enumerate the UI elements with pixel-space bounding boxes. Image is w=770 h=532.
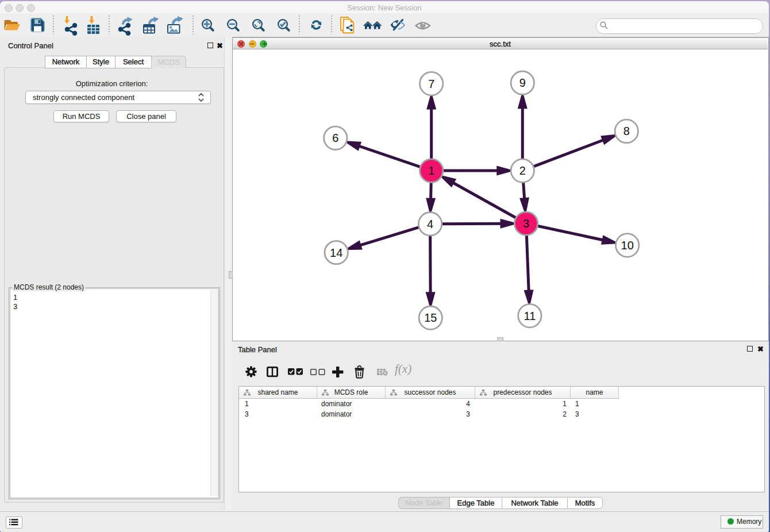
svg-text:15: 15 <box>424 311 437 324</box>
svg-text:11: 11 <box>524 310 536 322</box>
svg-text:8: 8 <box>623 125 630 137</box>
svg-text:4: 4 <box>427 218 433 230</box>
svg-text:6: 6 <box>332 132 338 144</box>
svg-text:3: 3 <box>523 217 529 230</box>
svg-text:2: 2 <box>519 164 526 177</box>
svg-text:7: 7 <box>428 78 434 90</box>
svg-text:10: 10 <box>621 239 634 252</box>
svg-text:14: 14 <box>330 246 342 259</box>
svg-text:1: 1 <box>428 164 434 177</box>
svg-text:9: 9 <box>519 76 526 89</box>
